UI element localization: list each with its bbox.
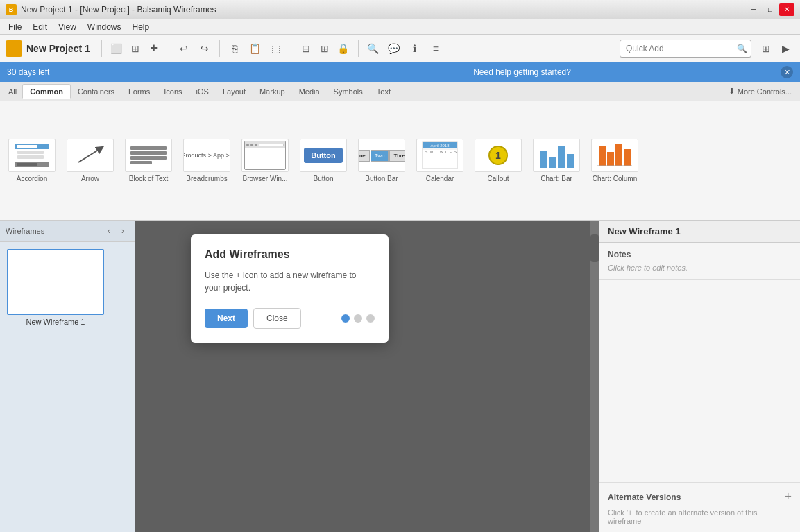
align-button[interactable]: ⊟ (297, 40, 315, 58)
tab-forms[interactable]: Forms (121, 85, 157, 98)
control-calendar[interactable]: April 2018 SM TW TF S Calendar (414, 136, 466, 185)
tab-ios[interactable]: iOS (189, 85, 216, 98)
controls-panel: All Common Containers Forms Icons iOS La… (0, 82, 800, 221)
toolbar-separator-5 (358, 40, 359, 57)
tab-markup[interactable]: Markup (253, 85, 292, 98)
comment-button[interactable]: 💬 (385, 40, 403, 58)
menu-file[interactable]: File (3, 21, 27, 33)
new-page-button[interactable]: ⬜ (108, 40, 126, 58)
close-button[interactable]: Close (253, 308, 301, 329)
add-wireframe-button[interactable]: + (145, 40, 163, 58)
button-preview: Button (304, 148, 342, 163)
tab-icons[interactable]: Icons (157, 85, 189, 98)
notes-placeholder-text[interactable]: Click here to edit notes. (608, 264, 792, 272)
menu-windows[interactable]: Windows (82, 21, 127, 33)
toolbar-separator-1 (101, 40, 102, 57)
dialog-body: Use the + icon to add a new wireframe to… (205, 269, 375, 294)
button-thumb: Button (300, 139, 347, 172)
menu-view[interactable]: View (53, 21, 82, 33)
calendar-label: Calendar (426, 175, 454, 182)
browser-window-label: Browser Win... (242, 175, 287, 182)
control-callout[interactable]: 1 Callout (472, 136, 525, 185)
fullscreen-button[interactable]: ⊞ (757, 40, 775, 58)
quick-add-input[interactable] (620, 40, 751, 58)
control-block-of-text[interactable]: Block of Text (122, 136, 175, 185)
info-button[interactable]: ℹ (406, 40, 424, 58)
alternate-title: Alternate Versions (608, 492, 681, 502)
control-button-bar[interactable]: One Two Three Button Bar (355, 136, 408, 185)
title-bar: B New Project 1 - [New Project] - Balsam… (0, 0, 800, 19)
notes-title: Notes (608, 250, 792, 259)
list-item[interactable]: New Wireframe 1 (7, 249, 104, 326)
wireframes-nav: ‹ › (103, 225, 129, 237)
paste-button[interactable]: 📋 (246, 40, 264, 58)
btnbar-one: One (358, 150, 370, 162)
project-name: New Project 1 (26, 43, 90, 54)
minimize-button[interactable]: ─ (746, 3, 761, 16)
help-link[interactable]: Need help getting started? (473, 67, 571, 77)
tab-media[interactable]: Media (292, 85, 327, 98)
svg-text:W: W (440, 150, 443, 154)
callout-number-preview: 1 (488, 146, 508, 165)
duplicate-button[interactable]: ⬚ (267, 40, 285, 58)
calendar-thumb: April 2018 SM TW TF S (416, 139, 463, 172)
alternate-header: Alternate Versions + (608, 490, 792, 504)
control-breadcrumbs[interactable]: Home > Products > App > Features Breadcr… (180, 136, 233, 185)
notification-button[interactable]: ▶ (776, 40, 794, 58)
button-label: Button (314, 175, 334, 182)
menu-bar: File Edit View Windows Help (0, 19, 800, 35)
tab-symbols[interactable]: Symbols (327, 85, 370, 98)
next-button[interactable]: Next (205, 309, 248, 328)
copy-button[interactable]: ⎘ (225, 40, 244, 58)
grid-view-button[interactable]: ⊞ (126, 40, 144, 58)
more-controls-button[interactable]: ⬇ More Controls... (723, 84, 797, 98)
control-accordion[interactable]: Accordion (6, 136, 58, 185)
tab-containers[interactable]: Containers (71, 85, 121, 98)
info-bar: 30 days left Need help getting started? … (0, 62, 800, 82)
right-panel: New Wireframe 1 Notes Click here to edit… (599, 221, 800, 532)
svg-text:T: T (445, 150, 447, 154)
controls-content: Accordion Arrow (0, 101, 800, 220)
tab-text[interactable]: Text (370, 85, 398, 98)
control-chart-column[interactable]: Chart: Column (588, 136, 641, 185)
redo-button[interactable]: ↪ (196, 40, 214, 58)
control-chart-bar[interactable]: Chart: Bar (530, 136, 583, 185)
add-alternate-button[interactable]: + (784, 490, 792, 504)
settings-button[interactable]: ≡ (427, 40, 445, 58)
tab-common[interactable]: Common (22, 84, 71, 99)
chart-bar-thumb-container (533, 139, 580, 172)
arrange-controls: ⊟ ⊞ 🔒 (297, 40, 352, 58)
search-button[interactable]: 🔍 (364, 40, 382, 58)
tab-layout[interactable]: Layout (216, 85, 253, 98)
right-panel-spacer (599, 280, 800, 482)
control-arrow[interactable]: Arrow (64, 136, 117, 185)
group-button[interactable]: ⊞ (316, 40, 334, 58)
chart-column-thumb-container (591, 139, 638, 172)
window-controls: ─ □ ✕ (746, 3, 794, 16)
tab-all[interactable]: All (3, 85, 22, 98)
maximize-button[interactable]: □ (763, 3, 778, 16)
svg-rect-14 (615, 144, 622, 166)
notes-section: Notes Click here to edit notes. (599, 243, 800, 280)
chart-bar-label: Chart: Bar (541, 175, 572, 182)
wireframes-prev-button[interactable]: ‹ (103, 225, 115, 237)
undo-button[interactable]: ↩ (175, 40, 193, 58)
info-bar-close-button[interactable]: ✕ (781, 66, 793, 78)
svg-text:F: F (450, 150, 452, 154)
quick-add-container: 🔍 ⊞ ▶ (620, 40, 794, 58)
close-window-button[interactable]: ✕ (779, 3, 794, 16)
callout-label: Callout (487, 175, 509, 182)
dot-3 (366, 314, 375, 323)
toolbar: New Project 1 ⬜ ⊞ + ↩ ↪ ⎘ 📋 ⬚ ⊟ ⊞ 🔒 🔍 💬 … (0, 35, 800, 62)
accordion-thumb (8, 139, 56, 172)
lock-button[interactable]: 🔒 (334, 40, 352, 58)
quick-add-search-icon: 🔍 (737, 44, 747, 53)
control-browser-window[interactable]: Browser Win... (239, 136, 291, 185)
control-button[interactable]: Button Button (297, 136, 350, 185)
menu-help[interactable]: Help (127, 21, 155, 33)
menu-edit[interactable]: Edit (27, 21, 53, 33)
add-wireframes-dialog: Add Wireframes Use the + icon to add a n… (191, 234, 389, 343)
toolbar-right-buttons: ⊞ ▶ (757, 40, 794, 58)
wireframes-next-button[interactable]: › (117, 225, 129, 237)
wireframe-list: New Wireframe 1 (0, 242, 135, 532)
